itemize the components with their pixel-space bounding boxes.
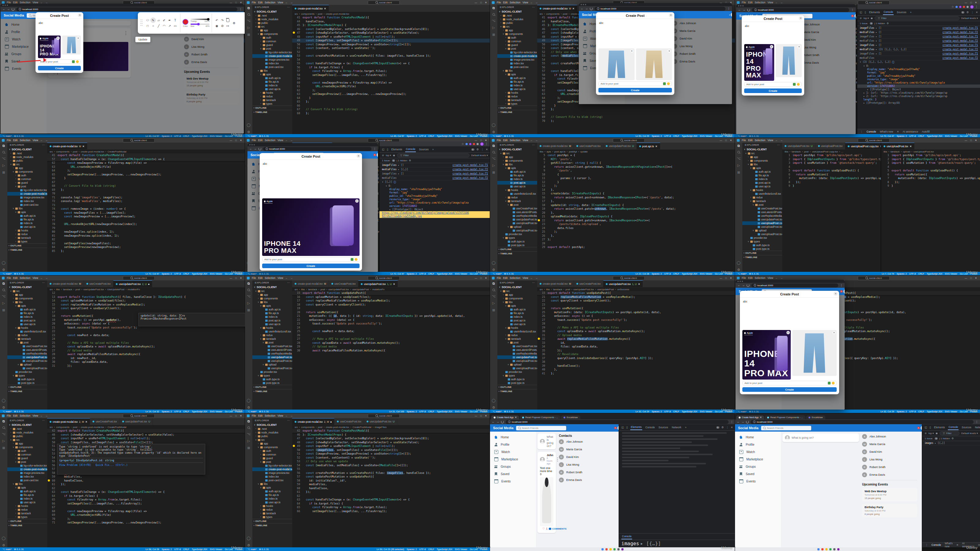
tree-item[interactable]: useLatestAllPosts.tsx (497, 348, 537, 352)
console-log-area[interactable]: imageFiles▸ []create-post-modal.tsx:71me… (379, 163, 490, 272)
history-forward-icon[interactable]: → (780, 139, 783, 142)
extensions-icon[interactable]: ⊞ (247, 33, 250, 37)
remove-image-icon[interactable]: ✕ (630, 49, 634, 52)
remove-image-icon[interactable]: ✕ (76, 37, 80, 40)
footer-tab-autofill[interactable]: Autofill (922, 130, 930, 133)
tree-item[interactable]: ∨libs (497, 69, 537, 73)
status-item[interactable]: Spaces: 2 (407, 135, 417, 137)
tree-item[interactable]: ∨apis (497, 73, 537, 76)
chrome-profile-avatar[interactable]: V (970, 5, 974, 9)
taskbar-app-icon[interactable] (818, 548, 819, 550)
breadcrumb-item[interactable]: onSuccess (617, 288, 629, 291)
menu-view[interactable]: View (767, 139, 773, 142)
status-item[interactable]: TypeScript JSX (437, 272, 452, 275)
history-back-icon[interactable]: ← (530, 276, 533, 279)
tree-item[interactable]: user.api.ts (252, 322, 292, 326)
source-control-icon[interactable]: ⌥ (2, 432, 6, 436)
breadcrumb-item[interactable]: tanstack (891, 150, 900, 153)
tree-item[interactable]: ∨types (497, 236, 537, 240)
more-actions-icon[interactable]: ⋯ (42, 419, 45, 422)
forward-icon[interactable]: → (254, 147, 257, 150)
issues-chip[interactable]: 1 (961, 11, 964, 13)
tree-item[interactable]: create-post-modal.tsx (252, 467, 292, 471)
contact-row[interactable]: LLisa Wong (559, 462, 614, 467)
status-item[interactable]: CRLF (673, 272, 679, 275)
explorer-root[interactable]: ∨SOCIAL-CLIENT (742, 147, 782, 151)
status-item[interactable]: UTF-8 (664, 135, 671, 137)
breadcrumb-item[interactable]: components (301, 426, 315, 429)
forward-icon[interactable]: → (741, 420, 744, 423)
user-avatar[interactable]: U (843, 289, 845, 294)
history-back-icon[interactable]: ← (530, 1, 533, 4)
tree-item[interactable]: file.api.ts (252, 493, 292, 497)
history-back-icon[interactable]: ← (40, 414, 43, 417)
status-item[interactable]: Spaces: 2 (897, 410, 907, 413)
slider-knob[interactable] (197, 23, 200, 25)
history-forward-icon[interactable]: → (290, 414, 293, 417)
section-outline[interactable]: › OUTLINE (7, 519, 47, 523)
device-toolbar-icon[interactable]: ▯ (929, 426, 931, 429)
tree-item[interactable]: ›tanstack (7, 236, 47, 240)
rectangle-tool-icon[interactable]: □ (145, 23, 150, 29)
close-icon[interactable]: ✕ (731, 426, 733, 429)
taskbar-app-icon[interactable] (601, 548, 604, 550)
explorer-root[interactable]: ∨SOCIAL-CLIENT (497, 147, 537, 151)
remove-image-icon[interactable]: ✕ (770, 45, 773, 48)
status-item[interactable]: CRLF (183, 548, 189, 551)
object-tree-line[interactable]: ▸ [[Prototype]]: Object (857, 88, 980, 91)
cursor-position[interactable]: Ln 32, Col 29 (635, 410, 649, 413)
tree-item[interactable]: create-post-modal.tsx (497, 54, 537, 58)
menu-file[interactable]: File (7, 414, 11, 417)
site-info-icon[interactable]: ⓘ (753, 420, 756, 424)
status-item[interactable]: Prettier (970, 272, 978, 275)
history-forward-icon[interactable]: → (45, 139, 48, 142)
source-control-icon[interactable]: ⌥ (247, 19, 251, 23)
tree-item[interactable]: ∨src (7, 438, 47, 442)
back-icon[interactable]: ← (738, 8, 741, 11)
close-icon[interactable]: ✕ (976, 11, 978, 14)
search-icon[interactable] (737, 151, 740, 153)
cursor-position[interactable]: Ln 53, Col 29 (635, 135, 649, 137)
breadcrumb-item[interactable]: src (49, 426, 53, 429)
breadcrumb-item[interactable]: src (539, 13, 543, 15)
object-tree-line[interactable]: format:"jpg" (857, 71, 980, 75)
status-item[interactable]: SVG Viewer (210, 135, 222, 137)
heart-icon[interactable]: ♡ (542, 527, 545, 530)
menu-selection[interactable]: Selection (265, 1, 275, 4)
tree-item[interactable]: index.tsx (7, 475, 47, 478)
status-item[interactable]: UTF-8 (664, 272, 671, 275)
section-outline[interactable]: › OUTLINE (497, 385, 537, 389)
browser-menu-icon[interactable]: ⋮ (975, 420, 978, 423)
problems-indicator[interactable]: ⊗ 0 ⚠ 31 (259, 410, 269, 413)
status-item[interactable]: Prettier (480, 272, 488, 275)
source-link[interactable]: create-post-modal.tsx:72 (942, 48, 978, 51)
console-row[interactable]: imageFiles▸ []create-post-modal.tsx:71 (379, 163, 490, 167)
menu-view[interactable]: View (522, 139, 528, 142)
taskbar-app-icon[interactable] (825, 548, 827, 550)
breadcrumb-item[interactable]: upload (903, 150, 910, 153)
tree-item[interactable]: useInfiniteScroll.tsx (252, 330, 292, 333)
tree-item[interactable]: ∨libs (252, 482, 292, 486)
tree-item[interactable]: ›.next (252, 14, 292, 17)
tree-item[interactable]: ›types (7, 240, 47, 243)
tree-item[interactable]: file.api.ts (7, 311, 47, 315)
tree-item[interactable]: create-post-modal.tsx (7, 192, 47, 195)
reload-icon[interactable] (258, 148, 261, 150)
object-tree-line[interactable]: version:1747310692 (379, 205, 490, 208)
lightbulb-icon[interactable] (48, 480, 50, 481)
history-forward-icon[interactable]: → (535, 1, 538, 4)
inspect-icon[interactable]: ◱ (382, 148, 384, 151)
history-back-icon[interactable]: ← (775, 1, 778, 4)
tab-create-post-modal-tsx[interactable]: create-post-modal.tsxM (292, 280, 329, 287)
status-item[interactable]: Go Live (715, 135, 723, 137)
cursor-position[interactable]: Ln 49, Col 57 (145, 135, 159, 137)
account-icon[interactable]: ◯ (492, 261, 495, 265)
browser-tab[interactable]: Create Next App✕ (491, 415, 519, 419)
tree-item[interactable]: ∨post (252, 47, 292, 51)
status-item[interactable]: TypeScript JSX (192, 410, 207, 413)
lightbulb-icon[interactable] (538, 219, 540, 221)
site-info-icon[interactable]: ⓘ (508, 420, 511, 424)
tree-item[interactable]: ∨apis (7, 486, 47, 489)
menu-selection[interactable]: Selection (20, 414, 30, 417)
history-forward-icon[interactable]: → (290, 139, 293, 142)
